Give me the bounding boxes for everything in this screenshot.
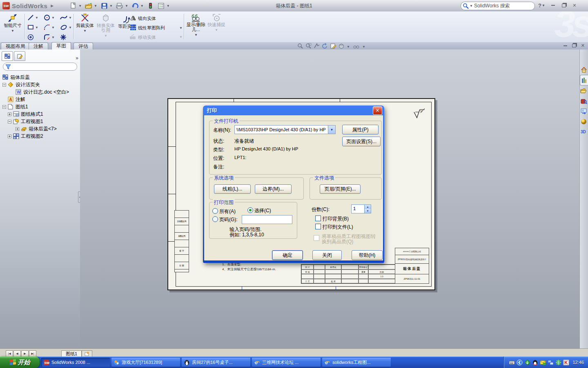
panel-expand-chevron-icon[interactable]: » [76,55,78,61]
update-tray-icon[interactable] [524,359,530,366]
arc-tool[interactable]: ▼ [43,24,56,31]
minimize-button[interactable] [550,2,557,9]
tree-filter-input[interactable] [3,63,77,71]
smart-dimension-button[interactable]: 智能尺寸 ▼ [2,13,23,34]
expand-box[interactable] [8,112,11,116]
line-weights-button[interactable]: 线粗(L)... [214,184,251,194]
help-dialog-button[interactable]: 帮助(H) [352,250,383,260]
print-dialog[interactable]: 打印 ✕ 文件打印机 名称(N): \\MS103733\HP DesignJe… [203,105,384,263]
trim-caret-icon[interactable]: ▼ [83,29,87,34]
page-range-input[interactable] [242,215,292,224]
print-dialog-titlebar[interactable]: 打印 ✕ [204,105,383,115]
open-caret-icon[interactable]: ▼ [94,4,97,8]
display-delete-relations-button[interactable]: 66 显示/删除几... ▼ [186,13,206,38]
tab-evaluate[interactable]: 评估 [74,43,93,49]
qq-tray-icon[interactable] [532,359,538,366]
display-delete-caret-icon[interactable]: ▼ [194,33,198,38]
globe-tray-icon[interactable] [555,359,561,366]
options-button[interactable] [156,1,166,10]
design-library-tab[interactable] [580,75,588,85]
radio-selection-label[interactable]: 选择(C) [254,207,271,214]
pattern-flyout-caret-icon[interactable]: ▼ [179,26,183,30]
print-to-file-checkbox[interactable] [315,224,321,229]
expand-box[interactable] [8,135,11,138]
tab-sketch[interactable]: 草图 [51,42,71,49]
tree-item-sheet-format1[interactable]: 图纸格式1 [2,110,80,118]
print-background-checkbox[interactable] [315,215,321,221]
last-sheet-button[interactable]: ▶| [29,350,36,357]
tree-item-drawing-view1[interactable]: 工程视图1 [2,118,80,125]
display-style-caret-icon[interactable]: ▼ [347,45,350,49]
close-button[interactable] [571,2,578,9]
network-tray-icon[interactable] [548,359,554,366]
tree-item-part-ref[interactable]: 箱体后盖<7> [2,125,80,132]
copies-spinner[interactable]: 1 ▲▼ [351,204,371,213]
view-palette-tab[interactable] [580,106,588,116]
doc-restore-button[interactable] [572,44,576,47]
properties-button[interactable]: 属性(P) [342,125,379,135]
language-tray-icon[interactable] [517,359,523,366]
property-manager-tab[interactable] [14,51,25,61]
linear-sketch-pattern-button[interactable]: 线性草图阵列 [130,24,165,31]
tree-item-drawing-view2[interactable]: 工程视图2 [2,132,80,140]
page-setup-button[interactable]: 页面设置(S)... [342,137,381,146]
new-document-button[interactable] [68,1,78,10]
combo-dropdown-icon[interactable] [328,126,335,134]
smart-dimension-caret-icon[interactable]: ▼ [11,29,14,34]
prev-sheet-button[interactable]: ◀ [13,350,21,357]
dialog-close-button[interactable]: ✕ [373,106,382,115]
tree-root[interactable]: 箱体后盖 [2,74,80,81]
appearances-tab[interactable] [580,117,588,126]
search-scope-caret-icon[interactable]: ▼ [470,4,473,8]
taskbar-button-solidworks[interactable]: SW SolidWorks 2008 ... [41,358,110,367]
print-button[interactable] [115,1,125,10]
tree-item-annotations[interactable]: A 注解 [2,96,80,103]
undo-caret-icon[interactable]: ▼ [140,4,144,8]
spin-down-icon[interactable]: ▼ [365,209,371,213]
undo-button[interactable] [130,1,140,10]
collapse-box[interactable] [8,120,11,123]
spline-tool[interactable]: ▼ [60,14,73,21]
mirror-entities-button[interactable]: 镜向实体 [130,15,156,22]
search-tab[interactable] [580,96,588,106]
rectangle-tool[interactable]: ▼ [27,24,40,31]
close-dialog-button[interactable]: 关闭 [312,250,342,260]
antivirus-tray-icon[interactable]: K [563,359,569,366]
print-background-label[interactable]: 打印背景(B) [323,215,349,222]
fillet-tool[interactable]: ▼ [43,34,56,41]
new-caret-icon[interactable]: ▼ [78,4,82,8]
doc-minimize-button[interactable] [564,45,567,46]
tab-annotation[interactable]: 注解 [29,43,48,49]
header-footer-button[interactable]: 页眉/页脚(E)... [320,184,361,194]
first-sheet-button[interactable]: |◀ [6,350,13,357]
tree-item-sheet1[interactable]: 图纸1 [2,103,80,110]
menu-expand-arrow-icon[interactable]: ▶ [51,4,53,8]
file-explorer-tab[interactable] [580,86,588,96]
selection-filter-toggle-icon[interactable] [146,1,156,10]
save-caret-icon[interactable]: ▼ [109,4,113,8]
hide-show-caret-icon[interactable]: ▼ [362,45,365,49]
tab-view-layout[interactable]: 视图布局 [1,43,30,49]
point-tool[interactable] [60,34,67,41]
tree-item-design-journal[interactable]: W 设计日志.doc <空白> [2,88,80,96]
printer-name-combobox[interactable]: \\MS103733\HP DesignJet 430 (D/A1) by HP [234,125,336,134]
taskbar-button-solidworks-drawing-page[interactable]: e solidworks工程图... [322,358,391,367]
collapse-box[interactable] [2,105,6,109]
polygon-tool[interactable] [27,34,34,41]
radio-selection[interactable] [247,207,253,213]
spin-up-icon[interactable]: ▲ [365,205,371,209]
options-caret-icon[interactable]: ▼ [167,4,170,8]
radio-pages[interactable] [212,216,218,222]
tree-item-design-binder[interactable]: 设计活页夹 [2,81,80,88]
collapse-box[interactable] [2,83,6,87]
doc-close-button[interactable] [581,43,585,48]
keyboard-tray-icon[interactable] [509,359,515,366]
line-tool[interactable]: ▼ [27,14,40,21]
ok-button[interactable]: 确定 [272,250,303,260]
circle-tool[interactable]: ▼ [43,14,56,21]
surface-finish-symbol[interactable]: 1/ [412,108,426,120]
add-sheet-tab[interactable] [82,350,92,357]
start-button[interactable]: 开始 [0,357,40,368]
solidworks-resources-tab[interactable] [580,65,588,74]
search-input[interactable]: ▼ SolidWorks 搜索 [461,2,535,10]
